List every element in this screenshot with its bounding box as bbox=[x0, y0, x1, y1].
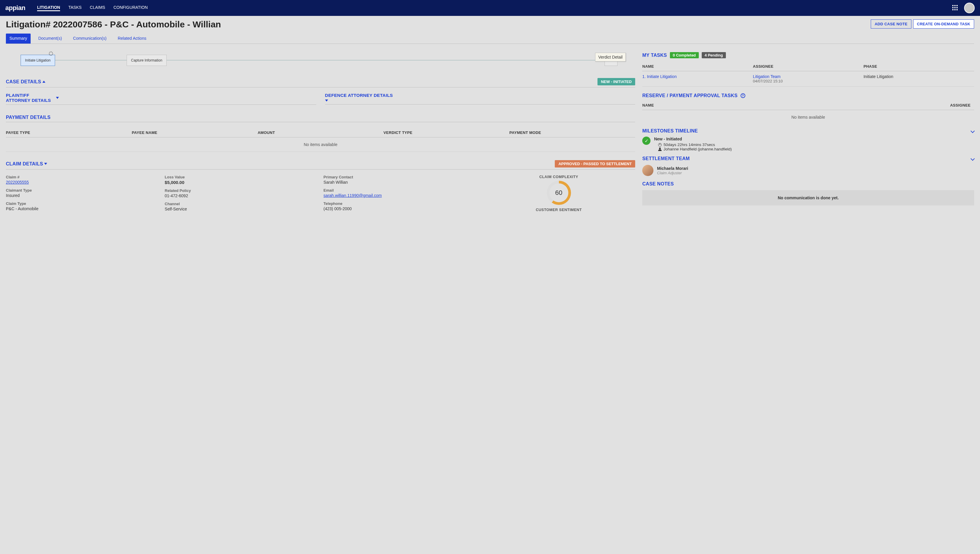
tab-communications[interactable]: Communication(s) bbox=[70, 33, 110, 43]
tab-summary[interactable]: Summary bbox=[6, 33, 30, 43]
claim-details-toggle[interactable]: CLAIM DETAILS bbox=[6, 161, 47, 167]
claim-no-link[interactable]: 2022005555 bbox=[6, 180, 159, 185]
payment-empty: No items available bbox=[6, 137, 635, 152]
apps-grid-icon[interactable] bbox=[952, 5, 958, 11]
nav-configuration[interactable]: CONFIGURATION bbox=[113, 5, 148, 11]
defence-attorney-toggle[interactable]: DEFENCE ATTORNEY DETAILS bbox=[325, 93, 636, 98]
chevron-down-icon bbox=[44, 163, 47, 165]
tab-related-actions[interactable]: Related Actions bbox=[114, 33, 150, 43]
milestones-title: MILESTONES TIMELINE bbox=[642, 128, 698, 134]
spinner-icon bbox=[49, 51, 53, 56]
complexity-value: 60 bbox=[550, 183, 568, 202]
primary-contact-value: Sarah Willian bbox=[323, 180, 476, 185]
task-date: 04/07/2022 15:10 bbox=[753, 79, 860, 83]
page-title: Litigation# 2022007586 - P&C - Automobil… bbox=[6, 19, 869, 29]
settlement-team-title: SETTLEMENT TEAM bbox=[642, 156, 690, 161]
task-assignee-link[interactable]: Litigation Team bbox=[753, 74, 860, 79]
task-phase: Initiate Litigation bbox=[864, 74, 974, 83]
pending-pill: 4 Pending bbox=[702, 52, 726, 58]
claim-type-label: Claim Type bbox=[6, 201, 159, 206]
chevron-down-icon bbox=[325, 99, 328, 102]
telephone-value: (423) 005-2000 bbox=[323, 206, 476, 211]
telephone-label: Telephone bbox=[323, 201, 476, 206]
nav-tasks[interactable]: TASKS bbox=[69, 5, 81, 11]
case-details-toggle[interactable]: CASE DETAILS bbox=[6, 79, 45, 84]
primary-contact-label: Primary Contact bbox=[323, 175, 476, 179]
milestone-by: Johanne Handfield (johanne.handfield) bbox=[663, 147, 732, 151]
my-tasks-title: MY TASKS 0 Completed 4 Pending bbox=[642, 52, 974, 58]
task-row: 1. Initiate Litigation Litigation Team 0… bbox=[642, 71, 974, 86]
channel-value: Self-Service bbox=[165, 207, 317, 211]
member-avatar bbox=[642, 165, 653, 176]
topbar: appian LITIGATION TASKS CLAIMS CONFIGURA… bbox=[0, 0, 980, 16]
loss-value-label: Loss Value bbox=[165, 175, 317, 179]
completed-pill: 0 Completed bbox=[670, 52, 699, 58]
claimant-type-label: Claimant Type bbox=[6, 188, 159, 193]
related-policy-label: Related Policy bbox=[165, 188, 317, 193]
team-member-row: Michaela Morari Claim Adjuster bbox=[642, 165, 974, 176]
milestone-row: ✓ New - Initiated 50days 22hrs 14mins 37… bbox=[642, 137, 974, 151]
sentiment-label: CUSTOMER SENTIMENT bbox=[482, 208, 635, 212]
check-circle-icon: ✓ bbox=[642, 137, 650, 145]
milestone-duration: 50days 22hrs 14mins 37secs bbox=[663, 142, 715, 147]
reserve-table-header: NAME ASSIGNEE bbox=[642, 100, 974, 110]
reserve-empty: No items available bbox=[642, 110, 974, 124]
member-name: Michaela Morari bbox=[657, 166, 688, 171]
nav-claims[interactable]: CLAIMS bbox=[90, 5, 105, 11]
topnav: LITIGATION TASKS CLAIMS CONFIGURATION bbox=[37, 5, 148, 11]
email-label: Email bbox=[323, 188, 476, 193]
record-tabs: Summary Document(s) Communication(s) Rel… bbox=[6, 33, 974, 44]
clock-icon bbox=[658, 143, 662, 146]
user-avatar[interactable] bbox=[964, 3, 975, 13]
flow-node-capture[interactable]: Capture Information bbox=[127, 55, 167, 66]
channel-label: Channel bbox=[165, 202, 317, 206]
loss-value: $5,000.00 bbox=[165, 180, 317, 185]
chevron-down-icon bbox=[56, 97, 59, 99]
flow-node-initiate[interactable]: Initiate Litigation bbox=[21, 55, 55, 66]
tab-documents[interactable]: Document(s) bbox=[35, 33, 65, 43]
page: Litigation# 2022007586 - P&C - Automobil… bbox=[0, 16, 980, 226]
process-flow: Initiate Litigation Capture Information … bbox=[21, 52, 635, 70]
claim-type-value: P&C - Automobile bbox=[6, 206, 159, 211]
claimant-type-value: Insured bbox=[6, 193, 159, 198]
complexity-gauge: 60 bbox=[547, 181, 571, 205]
case-notes-title: CASE NOTES bbox=[642, 181, 974, 186]
nav-litigation[interactable]: LITIGATION bbox=[37, 5, 60, 11]
claim-no-label: Claim # bbox=[6, 175, 159, 179]
member-role: Claim Adjuster bbox=[657, 171, 688, 175]
chevron-up-icon bbox=[42, 81, 45, 83]
milestone-name: New - Initiated bbox=[654, 137, 732, 141]
complexity-label: CLAIM COMPLEXITY bbox=[482, 175, 635, 179]
task-name-link[interactable]: 1. Initiate Litigation bbox=[642, 74, 753, 83]
tasks-table-header: NAME ASSIGNEE PHASE bbox=[642, 61, 974, 71]
claim-status-badge: APPROVED - PASSED TO SETTLEMENT bbox=[555, 160, 635, 167]
help-icon[interactable]: ? bbox=[741, 93, 745, 98]
related-policy-value: 01-472-6092 bbox=[165, 193, 317, 198]
create-on-demand-task-button[interactable]: CREATE ON-DEMAND TASK bbox=[913, 19, 974, 29]
add-case-note-button[interactable]: ADD CASE NOTE bbox=[871, 19, 911, 29]
flow-tooltip: Verdict Detail bbox=[595, 53, 626, 62]
team-expand-icon[interactable] bbox=[970, 157, 975, 161]
plaintiff-attorney-toggle[interactable]: PLAINTIFF ATTORNEY DETAILS bbox=[6, 93, 59, 103]
person-icon bbox=[658, 148, 662, 151]
reserve-title: RESERVE / PAYMENT APPROVAL TASKS ? bbox=[642, 93, 974, 98]
logo: appian bbox=[5, 4, 25, 12]
payment-table-header: PAYEE TYPE PAYEE NAME AMOUNT VERDICT TYP… bbox=[6, 127, 635, 137]
email-link[interactable]: sarah.willian.11990@gmail.com bbox=[323, 193, 476, 198]
milestones-expand-icon[interactable] bbox=[970, 129, 975, 133]
case-notes-empty: No communication is done yet. bbox=[642, 190, 974, 205]
case-status-badge: NEW - INITIATED bbox=[598, 78, 635, 85]
payment-details-header: PAYMENT DETAILS bbox=[6, 115, 635, 120]
